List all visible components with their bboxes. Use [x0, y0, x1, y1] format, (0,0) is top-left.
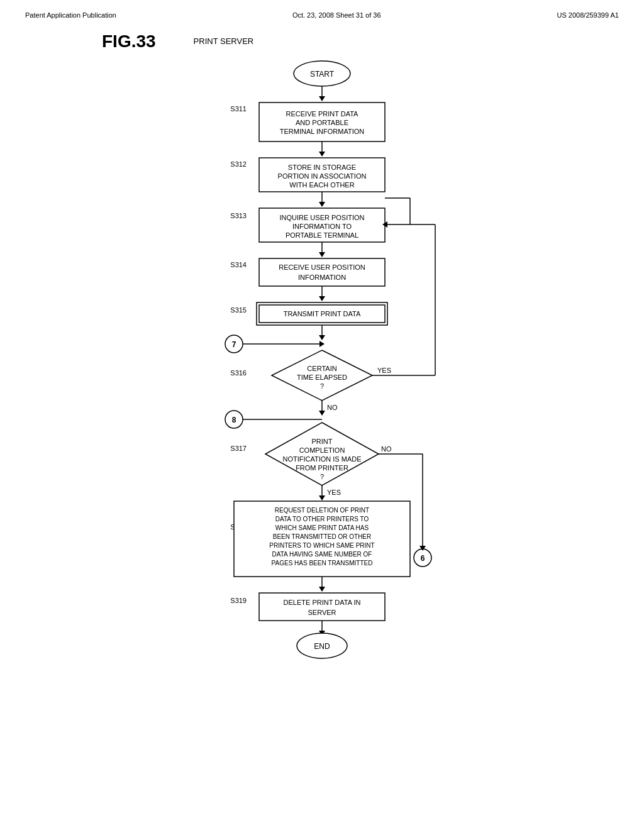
- s312-line2: PORTION IN ASSOCIATION: [278, 172, 367, 180]
- svg-rect-16: [259, 258, 385, 286]
- s316-line1: CERTAIN: [307, 365, 336, 372]
- s317-label: S317: [230, 445, 247, 452]
- s311-label: S311: [230, 105, 247, 113]
- s317-line4: FROM PRINTER: [296, 464, 348, 472]
- s316-yes-label: YES: [377, 367, 391, 374]
- s313-line2: INFORMATION TO: [292, 223, 352, 230]
- fig-label: FIG.33: [102, 31, 156, 52]
- s317-line5: ?: [320, 473, 324, 480]
- s319-label: S319: [230, 597, 247, 604]
- circle-8: 8: [232, 416, 236, 424]
- svg-marker-44: [319, 587, 325, 592]
- end-label: END: [314, 642, 330, 651]
- flowchart-svg: START S311 RECEIVE PRINT DATA AND PORTAB…: [171, 55, 473, 784]
- svg-marker-31: [319, 411, 325, 416]
- s319-line2: SERVER: [308, 609, 336, 616]
- svg-marker-22: [319, 335, 325, 340]
- s312-line1: STORE IN STORAGE: [288, 163, 356, 171]
- header-center: Oct. 23, 2008 Sheet 31 of 36: [292, 11, 381, 19]
- s318-line3: WHICH SAME PRINT DATA HAS: [275, 524, 369, 531]
- svg-marker-2: [319, 96, 325, 101]
- s315-label: S315: [230, 306, 247, 314]
- s318-line1: REQUEST DELETION OF PRINT: [275, 507, 369, 514]
- s318-line7: PAGES HAS BEEN TRANSMITTED: [272, 560, 373, 567]
- start-label: START: [310, 70, 335, 79]
- svg-marker-5: [319, 152, 325, 157]
- s312-line3: WITH EACH OTHER: [289, 181, 354, 189]
- s316-no-label: NO: [327, 404, 338, 411]
- s317-line2: COMPLETION: [299, 446, 345, 454]
- s319-line1: DELETE PRINT DATA IN: [284, 599, 361, 606]
- fig-title-area: FIG.33 PRINT SERVER: [102, 31, 542, 52]
- svg-marker-25: [319, 341, 325, 347]
- s311-line1: RECEIVE PRINT DATA: [286, 110, 359, 118]
- s317-line3: NOTIFICATION IS MADE: [282, 455, 361, 463]
- diagram-area: FIG.33 PRINT SERVER START S311 RECEIVE P…: [0, 25, 644, 786]
- s316-label: S316: [230, 369, 247, 377]
- flowchart-container: START S311 RECEIVE PRINT DATA AND PORTAB…: [171, 55, 473, 786]
- s315-text: TRANSMIT PRINT DATA: [284, 310, 361, 318]
- s314-line1: RECEIVE USER POSITION: [279, 263, 365, 271]
- s311-line3: TERMINAL INFORMATION: [280, 128, 365, 135]
- s313-line1: INQUIRE USER POSITION: [279, 214, 364, 221]
- svg-marker-8: [319, 202, 325, 207]
- s317-no-label: NO: [381, 445, 392, 453]
- circle-7: 7: [232, 340, 236, 349]
- svg-marker-41: [319, 495, 325, 501]
- s318-line6: DATA HAVING SAME NUMBER OF: [272, 551, 372, 558]
- s312-label: S312: [230, 160, 247, 168]
- s317-yes-label: YES: [327, 489, 341, 496]
- s318-line2: DATA TO OTHER PRINTERS TO: [275, 516, 369, 523]
- page-header: Patent Application Publication Oct. 23, …: [0, 0, 644, 25]
- s317-line1: PRINT: [312, 438, 333, 445]
- s313-label: S313: [230, 212, 247, 219]
- s311-line2: AND PORTABLE: [296, 119, 348, 126]
- server-label: PRINT SERVER: [194, 36, 254, 46]
- svg-rect-45: [259, 593, 385, 621]
- svg-marker-18: [319, 296, 325, 301]
- header-left: Patent Application Publication: [25, 11, 116, 19]
- s318-line4: BEEN TRANSMITTED OR OTHER: [273, 533, 372, 540]
- s313-line3: PORTABLE TERMINAL: [286, 231, 358, 239]
- header-right: US 2008/259399 A1: [557, 11, 619, 19]
- s318-line5: PRINTERS TO WHICH SAME PRINT: [269, 542, 374, 549]
- svg-marker-15: [319, 252, 325, 257]
- circle-6: 6: [421, 554, 425, 563]
- s314-label: S314: [230, 261, 247, 268]
- s316-line2: TIME ELAPSED: [297, 374, 347, 381]
- s316-line3: ?: [320, 382, 324, 390]
- s314-line2: INFORMATION: [298, 274, 346, 281]
